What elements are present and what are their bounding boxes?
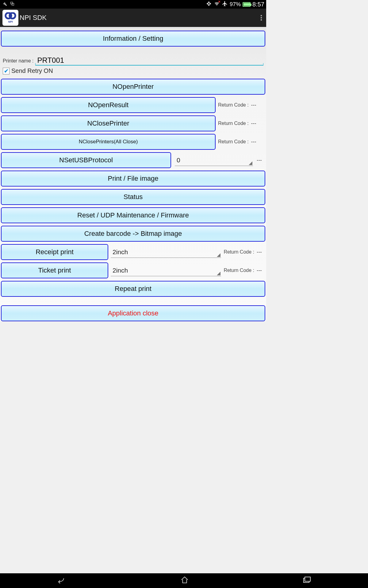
app-title: NPI SDK: [20, 14, 47, 22]
return-code-label: Return Code :: [218, 102, 249, 108]
ticket-print-button[interactable]: Ticket print: [1, 262, 108, 278]
ticket-size-spinner[interactable]: 2inch: [111, 265, 221, 276]
printer-name-label: Printer name :: [3, 58, 35, 66]
nclose-all-button[interactable]: NClosePrinters(All Close): [1, 134, 216, 150]
nclose-all-rc: ---: [251, 139, 260, 145]
send-retry-label: Send Retry ON: [11, 67, 53, 74]
wrench-icon: [2, 1, 7, 8]
app-icon: NPI: [2, 10, 18, 26]
nclose-printer-button[interactable]: NClosePrinter: [1, 115, 216, 131]
svg-point-1: [10, 13, 15, 19]
usb-protocol-spinner[interactable]: 0: [175, 155, 253, 166]
receipt-print-button[interactable]: Receipt print: [1, 244, 108, 260]
nopen-result-button[interactable]: NOpenResult: [1, 97, 216, 113]
print-file-button[interactable]: Print / File image: [1, 171, 265, 187]
return-code-label: Return Code :: [218, 121, 249, 126]
nopen-result-rc: ---: [251, 102, 260, 108]
receipt-rc: ---: [257, 249, 265, 255]
reset-button[interactable]: Reset / UDP Maintenance / Firmware: [1, 207, 265, 223]
return-code-label: Return Code :: [224, 268, 254, 273]
return-code-label: Return Code :: [224, 249, 254, 255]
info-setting-button[interactable]: Information / Setting: [1, 31, 265, 47]
return-code-label: Return Code :: [218, 139, 249, 145]
nset-usb-rc: ---: [257, 157, 265, 163]
nopen-printer-button[interactable]: NOpenPrinter: [1, 79, 265, 95]
receipt-size-spinner[interactable]: 2inch: [111, 247, 221, 258]
windows-icon: [10, 1, 15, 8]
clock: 8:57: [252, 1, 264, 8]
battery-percent: 97%: [230, 1, 241, 8]
ticket-rc: ---: [257, 267, 265, 273]
battery-icon: [243, 2, 251, 7]
send-retry-checkbox[interactable]: ✔: [3, 68, 10, 74]
barcode-button[interactable]: Create barcode -> Bitmap image: [1, 226, 265, 242]
vibrate-icon: [206, 1, 212, 8]
nset-usb-button[interactable]: NSetUSBProtocol: [1, 152, 171, 168]
system-status-bar: ✕ 97% 8:57: [0, 0, 266, 9]
wifi-off-icon: ✕: [214, 1, 220, 8]
status-button[interactable]: Status: [1, 189, 265, 205]
content-area: Information / Setting Printer name : ✔ S…: [0, 27, 266, 321]
application-close-button[interactable]: Application close: [1, 305, 265, 321]
airplane-icon: [222, 1, 228, 8]
action-bar: NPI NPI SDK: [0, 9, 266, 27]
overflow-menu-button[interactable]: [259, 14, 264, 21]
repeat-print-button[interactable]: Repeat print: [1, 281, 265, 297]
printer-name-input[interactable]: [35, 56, 263, 66]
nclose-printer-rc: ---: [251, 120, 260, 126]
